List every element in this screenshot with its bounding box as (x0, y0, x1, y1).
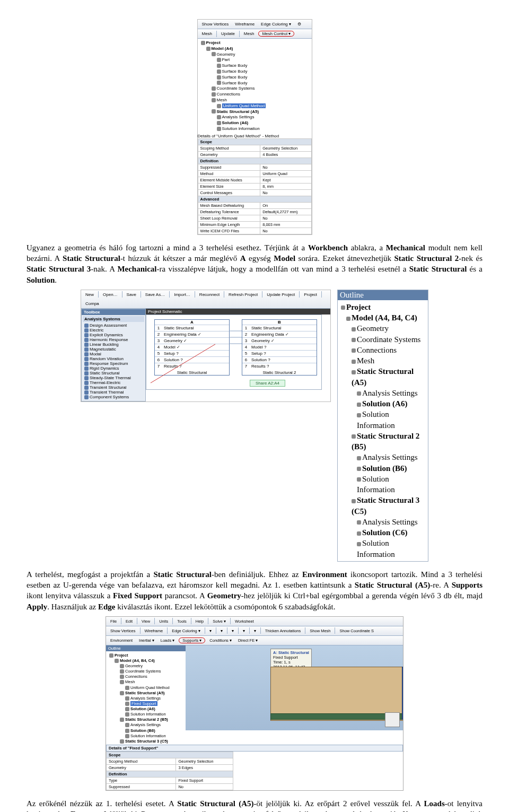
dummy[interactable]: Show Vertices (200, 21, 231, 28)
fig3-row2[interactable]: Environment Inertial ▾ Loads ▾ Supports … (106, 636, 403, 645)
dummy[interactable]: Edge Coloring ▾ (259, 21, 293, 28)
toolbox-list[interactable]: Design AssessmentElectricExplicit Dynami… (84, 323, 143, 399)
fig3-menu[interactable]: FileEditViewUnitsToolsHelpSolve ▾Workshe… (106, 617, 403, 626)
fig1-property-table: ScopeScoping MethodGeometry SelectionGeo… (198, 138, 312, 234)
update-button[interactable]: Update (219, 30, 237, 37)
fig3-outline-title: Outline (106, 645, 186, 651)
fig1-details-title: Details of "Uniform Quad Method" - Metho… (198, 134, 312, 138)
dummy[interactable]: Wireframe (233, 21, 257, 28)
schematic-cell-A[interactable]: A1Static Structural2Engineering Data ✓3G… (154, 319, 230, 376)
fig3-outline-tree[interactable]: ProjectModel (A4, B4, C4)GeometryCoordin… (106, 651, 186, 745)
project-schematic[interactable]: A1Static Structural2Engineering Data ✓3G… (146, 315, 322, 390)
paragraph-1: Ugyanez a geometria és háló fog tartozni… (27, 242, 482, 285)
figure-2-workbench: NewOpen…SaveSave As…Import…ReconnectRefr… (27, 290, 482, 562)
fig3-row1[interactable]: Show VerticesWireframeEdge Coloring ▾▾▾▾… (106, 626, 403, 636)
fig1-toolbar-row2: Mesh Update Mesh Mesh Control ▾ (198, 29, 312, 39)
fig3-details-title: Details of "Fixed Support" (106, 745, 403, 752)
paragraph-3: Az erőkénél nézzük az 1. terhelési esete… (27, 798, 482, 812)
tool-icon[interactable]: ⚙ (295, 21, 303, 28)
schematic-title: Project Schematic (146, 309, 330, 315)
mesh-button[interactable]: Mesh (242, 30, 257, 37)
toolbox-group: Analysis Systems (83, 316, 144, 322)
toolbox-title: Toolbox (82, 309, 145, 315)
paragraph-2: A terhelést, megfogást a projektfán a St… (27, 569, 482, 612)
schematic-cell-B[interactable]: B1Static Structural2Engineering Data ✓3G… (242, 319, 317, 376)
fig3-3d-viewport[interactable]: A: Static Structural Fixed Support Time:… (186, 645, 403, 730)
supports-button[interactable]: Supports ▾ (179, 638, 205, 643)
fig2-main-toolbar: NewOpen…SaveSave As…Import…ReconnectRefr… (81, 290, 330, 309)
fig2-outline-tree[interactable]: ProjectModel (A4, B4, C4)GeometryCoordin… (338, 300, 428, 561)
fig1-outline-tree[interactable]: ProjectModel (A4)GeometryPartSurface Bod… (198, 39, 312, 134)
fig3-property-table: ScopeScoping MethodGeometry SelectionGeo… (106, 752, 233, 790)
fig1-toolbar-row1: Show Vertices Wireframe Edge Coloring ▾ … (198, 20, 312, 29)
mesh-control-button[interactable]: Mesh Control ▾ (258, 31, 294, 37)
figure-3-mechanical: FileEditViewUnitsToolsHelpSolve ▾Workshe… (27, 616, 482, 791)
share-badge: Share A2:A4 (250, 380, 285, 387)
mesh-label: Mesh (200, 30, 215, 37)
figure-1-mesh-panel: Show Vertices Wireframe Edge Coloring ▾ … (27, 19, 482, 235)
fig2-outline-title: Outline (338, 290, 428, 300)
triad-icon[interactable] (385, 712, 400, 727)
